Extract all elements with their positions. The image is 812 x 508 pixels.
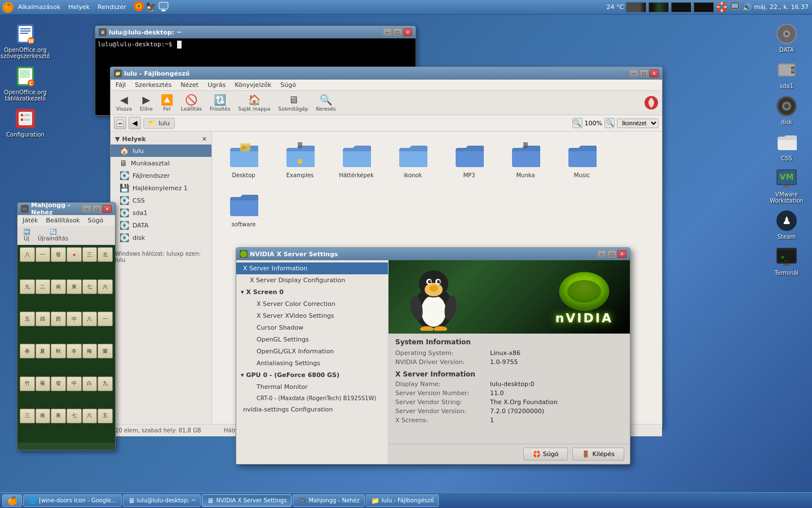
mahjong-tile[interactable]: 八 bbox=[82, 312, 98, 326]
menu-go[interactable]: Ugrás bbox=[206, 81, 227, 89]
sidebar-close-btn[interactable]: ✕ bbox=[202, 135, 207, 143]
nv-item-opengl-glx[interactable]: OpenGL/GLX Information bbox=[236, 345, 388, 357]
menu-help[interactable]: Súgó bbox=[279, 81, 298, 89]
file-software[interactable]: software bbox=[221, 190, 266, 227]
desktop-icon-steam[interactable]: ♟ Steam bbox=[767, 209, 806, 240]
nv-section-gpu0[interactable]: ▾ GPU 0 - (GeForce 6800 GS) bbox=[236, 369, 388, 381]
taskbar-app-google[interactable]: 🌐 [wine-doors icon - Google... bbox=[23, 494, 122, 507]
mahjong-tile[interactable]: 發 bbox=[51, 376, 66, 391]
menu-bookmarks[interactable]: Könyvjelzők bbox=[233, 81, 273, 89]
desktop-icon-vmware[interactable]: VM VMware Workstation bbox=[767, 167, 806, 204]
nv-item-nv-config[interactable]: nvidia-settings Configuration bbox=[236, 404, 388, 415]
mahjong-tile[interactable]: 秋 bbox=[51, 344, 66, 358]
file-desktop[interactable]: ⚙ Desktop bbox=[221, 141, 266, 178]
toolbar-stop-btn[interactable]: 🚫 Leállítás bbox=[179, 93, 204, 113]
mahjong-tile[interactable]: 七 bbox=[82, 279, 98, 294]
desktop-icon-openoffice-writer[interactable]: W OpenOffice.orgszövegszerkesztő bbox=[6, 23, 45, 59]
mahjong-tile[interactable]: 四 bbox=[36, 312, 51, 326]
toolbar-search-btn[interactable]: 🔍 Keresés bbox=[314, 93, 338, 113]
nv-item-thermal[interactable]: Thermal Monitor bbox=[236, 381, 388, 393]
nvidia-maximize-btn[interactable]: □ bbox=[607, 250, 616, 258]
mahjong-tile[interactable]: 五 bbox=[20, 312, 35, 326]
nvidia-quit-btn[interactable]: 🚪 Kilépés bbox=[572, 448, 624, 461]
mahjong-tile[interactable]: 東 bbox=[67, 279, 82, 294]
mahjong-tile[interactable]: 春 bbox=[20, 344, 35, 358]
mahjong-tile[interactable]: 九 bbox=[98, 376, 113, 391]
mahjong-tile[interactable]: 六 bbox=[98, 279, 113, 294]
terminal-minimize-btn[interactable]: ─ bbox=[383, 28, 392, 36]
taskbar-app-filemanager[interactable]: 📁 lulu - Fájlbongésző bbox=[366, 494, 439, 507]
mahjongg-maximize-btn[interactable]: □ bbox=[92, 205, 102, 213]
toolbar-computer-btn[interactable]: 🖥 Számítógép bbox=[276, 93, 310, 113]
sidebar-item-disk[interactable]: 💽 disk bbox=[111, 231, 211, 244]
menu-applications[interactable]: Alkalmazások bbox=[15, 2, 64, 12]
nv-item-antialiasing[interactable]: Antialiasing Settings bbox=[236, 357, 388, 369]
file-hatterképek[interactable]: Háttérképek bbox=[334, 141, 379, 178]
mahjong-tile[interactable]: 西 bbox=[51, 312, 66, 326]
network-icon[interactable] bbox=[158, 1, 169, 13]
firefox-icon[interactable] bbox=[133, 1, 144, 14]
sidebar-item-munkaasztal[interactable]: 🖥 Munkaasztal bbox=[111, 157, 211, 169]
mahjong-tile[interactable]: 八 bbox=[20, 247, 35, 262]
mahjong-tile[interactable]: 梅 bbox=[82, 344, 98, 358]
sidebar-item-fajlrendszer[interactable]: 💽 Fájlrendszer bbox=[111, 169, 211, 182]
apps-icon[interactable]: 🍊 bbox=[2, 2, 14, 13]
mahjong-tile[interactable]: 竹 bbox=[20, 376, 35, 391]
mahjongg-menu-help[interactable]: Súgó bbox=[86, 216, 105, 225]
menu-edit[interactable]: Szerkesztés bbox=[133, 81, 173, 89]
nv-item-display-config[interactable]: X Server Display Configuration bbox=[236, 274, 388, 286]
toolbar-refresh-btn[interactable]: 🔃 Frissítés bbox=[208, 93, 232, 113]
mahjong-tile[interactable]: 一 bbox=[36, 247, 51, 262]
file-ikonok[interactable]: ikonok bbox=[390, 141, 435, 178]
mahjong-tile[interactable]: 發 bbox=[51, 247, 66, 262]
zoom-out-btn[interactable]: 🔍 bbox=[572, 118, 582, 128]
zoom-in-btn[interactable]: 🔍 bbox=[604, 118, 615, 128]
mahjong-tile[interactable]: 東 bbox=[51, 409, 66, 423]
toolbar-up-btn[interactable]: 🔼 Fel bbox=[158, 93, 175, 113]
desktop-icon-disk[interactable]: disk bbox=[767, 95, 806, 125]
mahjong-tile[interactable]: 南 bbox=[36, 409, 51, 423]
help-icon[interactable]: 🛟 bbox=[716, 2, 727, 12]
taskbar-app-terminal[interactable]: 🖥 lulu@lulu-desktop: ~ bbox=[123, 494, 201, 507]
filemanager-minimize-btn[interactable]: ─ bbox=[629, 69, 638, 77]
mahjongg-menu-game[interactable]: Játék bbox=[21, 216, 39, 225]
sidebar-item-floppy[interactable]: 💾 Hajlékonylemez 1 bbox=[111, 182, 211, 194]
desktop-icon-configuration[interactable]: Configuration bbox=[6, 107, 45, 138]
terminal-close-btn[interactable]: ✕ bbox=[403, 28, 412, 36]
sidebar-places-header[interactable]: ▼ Helyek ✕ bbox=[111, 134, 211, 144]
view-mode-select[interactable]: Ikonnézet bbox=[617, 119, 659, 128]
mahjong-tile[interactable]: 🀄 bbox=[67, 247, 82, 262]
mahjong-tile[interactable]: 五 bbox=[98, 409, 113, 423]
nv-item-server-info[interactable]: X Server Information bbox=[236, 262, 388, 274]
mahjong-tile[interactable]: 南 bbox=[51, 279, 66, 294]
mahjong-tile[interactable]: 二 bbox=[36, 279, 51, 294]
mahjong-tile[interactable]: 六 bbox=[82, 409, 98, 423]
taskbar-app-mahjongg[interactable]: 🎮 Mahjongg - Nehéz bbox=[293, 494, 364, 507]
mahjong-tile[interactable]: 七 bbox=[67, 409, 82, 423]
file-munka[interactable]: Munka bbox=[503, 141, 548, 178]
volume-icon[interactable]: 🔊 bbox=[742, 3, 752, 12]
sidebar-item-sda1[interactable]: 💽 sda1 bbox=[111, 207, 211, 219]
mahjong-tile[interactable]: 三 bbox=[82, 247, 98, 262]
nv-section-screen0[interactable]: ▾ X Screen 0 bbox=[236, 286, 388, 298]
mahjong-tile[interactable]: 菊 bbox=[36, 376, 51, 391]
desktop-icon-data[interactable]: DATA bbox=[767, 23, 806, 53]
menu-places[interactable]: Helyek bbox=[65, 2, 93, 12]
mahjong-tile[interactable]: 中 bbox=[67, 376, 82, 391]
nv-item-cursor-shadow[interactable]: Cursor Shadow bbox=[236, 322, 388, 334]
mahjongg-new-btn[interactable]: 🆕 Új bbox=[21, 227, 32, 243]
nv-item-color-correction[interactable]: X Server Color Correction bbox=[236, 298, 388, 310]
nv-item-xvideo[interactable]: X Server XVideo Settings bbox=[236, 310, 388, 322]
nv-item-opengl-settings[interactable]: OpenGL Settings bbox=[236, 334, 388, 345]
menu-view[interactable]: Nézet bbox=[179, 81, 200, 89]
filemanager-close-btn[interactable]: ✕ bbox=[650, 69, 659, 77]
filemanager-maximize-btn[interactable]: □ bbox=[639, 69, 648, 77]
terminal-maximize-btn[interactable]: □ bbox=[393, 28, 402, 36]
thunderbird-icon[interactable]: 🦅 bbox=[145, 2, 157, 12]
mahjong-tile[interactable]: 白 bbox=[82, 376, 98, 391]
file-examples[interactable]: Examples bbox=[277, 141, 323, 178]
mahjongg-minimize-btn[interactable]: ─ bbox=[82, 205, 91, 213]
mahjongg-menu-settings[interactable]: Beállítások bbox=[44, 216, 81, 225]
mahjong-tile[interactable]: 一 bbox=[98, 312, 113, 326]
mahjongg-close-btn[interactable]: ✕ bbox=[103, 205, 112, 213]
